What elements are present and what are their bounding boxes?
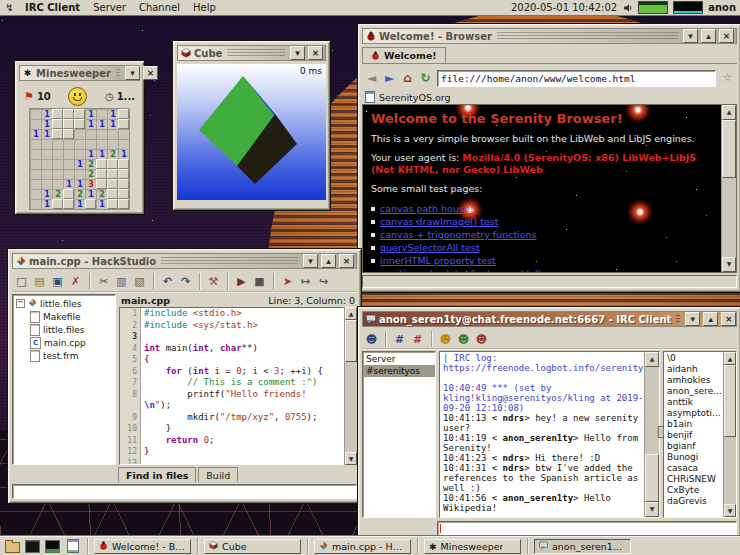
mine-cell[interactable]: [63, 189, 74, 199]
audio-icon[interactable]: [622, 2, 633, 13]
mine-cell[interactable]: 2: [52, 189, 63, 199]
mine-cell[interactable]: [41, 139, 52, 149]
scroll-down-icon[interactable]: ▼: [724, 504, 736, 517]
url-input[interactable]: [437, 70, 716, 87]
mine-cell[interactable]: 1: [107, 109, 118, 119]
mine-cell[interactable]: 1: [96, 199, 107, 209]
mine-cell[interactable]: [107, 139, 118, 149]
mine-cell[interactable]: [52, 159, 63, 169]
chat-log[interactable]: | IRC log: https://freenode.logbot.info/…: [440, 352, 644, 517]
join-channel-icon[interactable]: #: [392, 331, 407, 348]
scrollbar-thumb[interactable]: [724, 365, 736, 437]
tree-item-Makefile[interactable]: Makefile: [13, 310, 115, 323]
mine-cell[interactable]: [107, 199, 118, 209]
scrollbar-thumb[interactable]: [722, 120, 736, 178]
file-manager-icon[interactable]: [4, 539, 21, 553]
open-file-icon[interactable]: ▤: [32, 273, 47, 290]
mine-cell[interactable]: 1: [96, 149, 107, 159]
mine-cell[interactable]: [52, 129, 63, 139]
mine-cell[interactable]: 1: [85, 109, 96, 119]
mine-cell[interactable]: [96, 159, 107, 169]
scroll-down-icon[interactable]: ▼: [722, 257, 736, 272]
new-file-icon[interactable]: □: [14, 273, 29, 290]
user-list-item[interactable]: anttik: [667, 397, 723, 408]
kick-user-icon[interactable]: ☻: [474, 331, 489, 348]
mine-cell[interactable]: [107, 129, 118, 139]
menu-server[interactable]: Server: [87, 2, 132, 13]
mine-cell[interactable]: 2: [85, 169, 96, 179]
mine-cell[interactable]: [63, 169, 74, 179]
mine-cell[interactable]: [96, 139, 107, 149]
mine-cell[interactable]: 1: [41, 189, 52, 199]
minimize-button[interactable]: ▾: [290, 46, 305, 60]
mine-cell[interactable]: [107, 179, 118, 189]
mine-cell[interactable]: [52, 119, 63, 129]
user-list-item[interactable]: CxByte: [667, 485, 723, 496]
mine-cell[interactable]: [41, 159, 52, 169]
back-icon[interactable]: ◄: [364, 71, 379, 85]
copy-icon[interactable]: ▥: [114, 273, 129, 290]
home-icon[interactable]: ⌂: [400, 71, 415, 85]
scrollbar-track[interactable]: [645, 367, 659, 454]
scrollbar-track[interactable]: [722, 178, 736, 257]
mine-cell[interactable]: 1: [74, 199, 85, 209]
mine-cell[interactable]: [63, 149, 74, 159]
mine-cell[interactable]: [30, 169, 41, 179]
scrollbar-track[interactable]: [724, 437, 736, 504]
mine-cell[interactable]: [118, 129, 129, 139]
user-list-item[interactable]: daGrevis: [667, 496, 723, 507]
bookmark-star-icon[interactable]: ☆: [720, 71, 735, 85]
scroll-up-icon[interactable]: ▲: [724, 352, 736, 365]
user-list[interactable]: \0aidanhamhokiesanon_sere...anttikasympt…: [664, 352, 723, 517]
mine-cell[interactable]: 1: [63, 179, 74, 189]
mine-cell[interactable]: [41, 149, 52, 159]
run-icon[interactable]: ▶: [234, 273, 249, 290]
mine-cell[interactable]: 1: [96, 119, 107, 129]
maximize-button[interactable]: ▴: [703, 312, 718, 326]
scroll-up-icon[interactable]: ▲: [645, 352, 659, 367]
page-link[interactable]: querySelectorAll test: [380, 242, 480, 253]
mine-cell[interactable]: [118, 159, 129, 169]
text-editor-icon[interactable]: [64, 539, 81, 553]
mine-cell[interactable]: [30, 149, 41, 159]
mine-cell[interactable]: 1: [74, 179, 85, 189]
part-channel-icon[interactable]: #: [410, 331, 425, 348]
user-list-item[interactable]: b1ain: [667, 419, 723, 430]
cpu-graph-applet[interactable]: [638, 1, 668, 14]
mine-cell[interactable]: 1: [41, 109, 52, 119]
mine-cell[interactable]: [96, 179, 107, 189]
tab-welcome[interactable]: Welcome!: [362, 47, 446, 63]
menu-help[interactable]: Help: [187, 2, 222, 13]
minesweeper-titlebar[interactable]: ✱ Minesweeper ▾ ×: [19, 65, 140, 81]
mine-cell[interactable]: [118, 199, 129, 209]
mine-cell[interactable]: [41, 179, 52, 189]
mine-cell[interactable]: [41, 169, 52, 179]
menu-channel[interactable]: Channel: [133, 2, 186, 13]
user-list-item[interactable]: \0: [667, 353, 723, 364]
mine-cell[interactable]: [74, 129, 85, 139]
close-button[interactable]: ×: [143, 66, 158, 80]
mine-cell[interactable]: 1: [85, 149, 96, 159]
mine-cell[interactable]: [74, 169, 85, 179]
mine-cell[interactable]: 1: [41, 129, 52, 139]
tab-build[interactable]: Build: [198, 467, 238, 482]
close-button[interactable]: ×: [308, 46, 323, 60]
mine-cell[interactable]: [63, 199, 74, 209]
user-list-item[interactable]: Bunogi: [667, 452, 723, 463]
mine-cell[interactable]: [63, 109, 74, 119]
mine-cell[interactable]: [63, 129, 74, 139]
clock-applet[interactable]: 2020-05-01 10:42:02: [511, 2, 617, 13]
close-button[interactable]: ×: [719, 29, 734, 43]
delete-icon[interactable]: ✗: [68, 273, 83, 290]
mine-cell[interactable]: [30, 199, 41, 209]
maximize-button[interactable]: ▴: [321, 254, 336, 268]
terminal-icon[interactable]: [24, 539, 41, 553]
mine-cell[interactable]: [63, 159, 74, 169]
task-button-irc[interactable]: anon_seren1ty@...: [534, 539, 631, 554]
mine-cell[interactable]: [30, 139, 41, 149]
system-monitor-icon[interactable]: [44, 539, 61, 553]
tree-item-test-frm[interactable]: test.frm: [13, 349, 115, 362]
scroll-up-icon[interactable]: ▲: [722, 105, 736, 120]
scroll-down-icon[interactable]: ▼: [345, 452, 357, 465]
mine-cell[interactable]: [85, 129, 96, 139]
